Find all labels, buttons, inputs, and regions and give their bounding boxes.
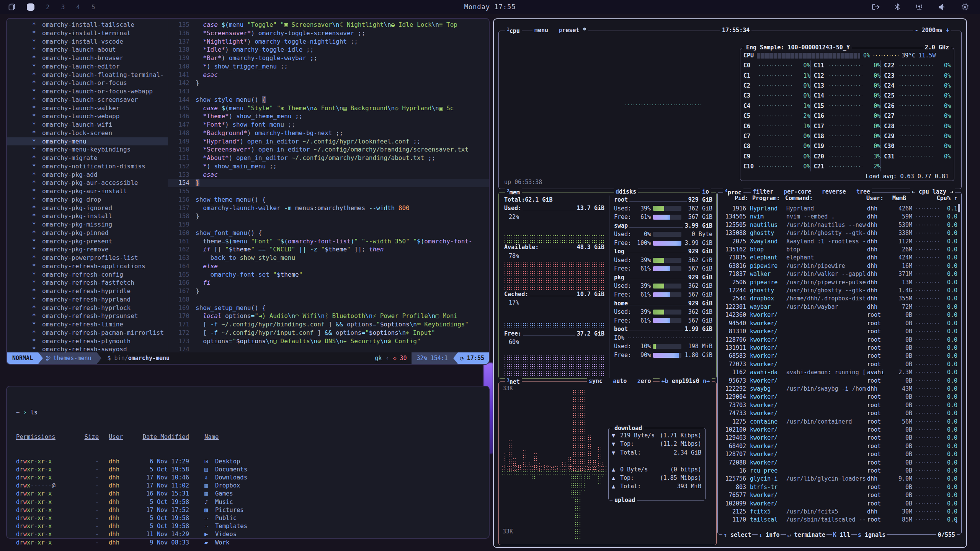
code-pane[interactable]: 135 case $(menu "Toggle" "▣ Screensaver\… [168, 19, 489, 352]
code-line[interactable]: 162 if [[ "$theme" == "CNCLD" || -z "$th… [168, 245, 489, 254]
process-row[interactable]: 71835elephant elephantdhh424M0.0 [719, 254, 957, 262]
button-menu[interactable]: menu [534, 27, 548, 34]
file-item[interactable]: *omarchy-menu [7, 137, 168, 146]
process-row[interactable]: 68402kworker/ root0B0.0 [719, 442, 957, 450]
file-item[interactable]: *omarchy-refresh-pacman-mirrorlist [7, 329, 168, 337]
code-line[interactable]: 150 *Screensaver*) open_in_editor ~/.con… [168, 145, 489, 154]
process-row[interactable]: 131911kworker/ root0B0.0 [719, 344, 957, 352]
process-row[interactable]: 2075Xwayland Xwayland :1 -rootless -dhh1… [719, 238, 957, 246]
proc-action-terminate[interactable]: ↵ terminate [786, 531, 826, 538]
process-row[interactable]: 16rcu_pree root0B0.0 [719, 467, 957, 475]
proc-action-ill[interactable]: K ill [832, 531, 851, 538]
file-item[interactable]: *omarchy-launch-screensaver [7, 96, 168, 104]
process-row[interactable]: 76577kworker/ root0B0.0 [719, 491, 957, 499]
process-row[interactable]: 68583kworker/ root0B0.0 [719, 352, 957, 360]
button-preset[interactable]: preset * [559, 27, 586, 34]
file-item[interactable]: *omarchy-refresh-hypridle [7, 287, 168, 295]
code-line[interactable]: 164 else [168, 262, 489, 271]
code-line[interactable]: 149 *Hyprland*) open_in_editor ~/.config… [168, 137, 489, 146]
code-line[interactable]: 156show_theme_menu() { [168, 196, 489, 204]
code-line[interactable]: 158} [168, 212, 489, 220]
process-row[interactable]: 129463kworker/ root0B0.0 [719, 434, 957, 442]
file-item[interactable]: *omarchy-powerprofiles-list [7, 254, 168, 262]
code-line[interactable]: 168 [168, 295, 489, 304]
process-row[interactable]: 94540kworker/ root0B0.0 [719, 320, 957, 328]
process-row[interactable]: 2125fcitx5 /usr/bin/fcitx5dhh30M0.0 [719, 508, 957, 516]
code-line[interactable]: 160show_font_menu() { [168, 229, 489, 237]
code-line[interactable]: 135 case $(menu "Toggle" "▣ Screensaver\… [168, 21, 489, 29]
process-row[interactable]: 128706kworker/ root0B0.0 [719, 336, 957, 344]
file-item[interactable]: *omarchy-launch-wifi [7, 121, 168, 129]
proc-action-ignals[interactable]: s ignals [857, 531, 887, 538]
file-item[interactable]: *omarchy-refresh-hyprland [7, 295, 168, 304]
disks-title[interactable]: ddisks [614, 188, 638, 195]
file-item[interactable]: *omarchy-notification-dismiss [7, 162, 168, 171]
file-item[interactable]: *omarchy-menu-keybindings [7, 145, 168, 154]
proc-action-info[interactable]: ↓ info [758, 531, 781, 538]
code-line[interactable]: 166 fi [168, 279, 489, 287]
process-row[interactable]: 142360kworker/ root0B0.0 [719, 311, 957, 319]
code-line[interactable]: 171 [ -f ~/.config/hypr/bindings.conf ] … [168, 320, 489, 329]
button-auto[interactable]: auto [613, 378, 627, 385]
apps-grid-icon[interactable] [8, 3, 15, 10]
process-row[interactable]: 102100kworker/ root0B0.0 [719, 426, 957, 434]
workspace-5[interactable]: 5 [91, 3, 95, 11]
code-line[interactable]: 157 omarchy-launch-walker -m menus:omarc… [168, 204, 489, 212]
button-tree[interactable]: tree [856, 188, 870, 195]
file-item[interactable]: *omarchy-pkg-missing [7, 220, 168, 229]
code-line[interactable]: 167} [168, 287, 489, 295]
workspace-2[interactable]: 2 [46, 3, 50, 11]
process-row[interactable]: 803btrfs-tr root0B0.0 [719, 483, 957, 491]
file-item[interactable]: *omarchy-pkg-remove [7, 245, 168, 254]
file-item[interactable]: *omarchy-pkg-pinned [7, 229, 168, 237]
button-reverse[interactable]: reverse [822, 188, 846, 195]
process-row[interactable]: 2544dropbox /home/dhh/.dropbox-distdhh35… [719, 295, 957, 303]
file-item[interactable]: *omarchy-pkg-drop [7, 196, 168, 204]
code-line[interactable]: 143 [168, 87, 489, 96]
process-row[interactable]: 1162avahi-da avahi-daemon: running [avah… [719, 368, 957, 377]
process-row[interactable]: 95673kworker/ root0B0.0 [719, 377, 957, 385]
code-line[interactable]: 144show_style_menu() { [168, 96, 489, 104]
code-line[interactable]: 136 *Screensaver*) omarchy-toggle-screen… [168, 29, 489, 37]
file-item[interactable]: *omarchy-refresh-swayosd [7, 345, 168, 352]
file-item[interactable]: *omarchy-lock-screen [7, 129, 168, 137]
process-row[interactable]: 125505nautilus /usr/bin/nautilus --newdh… [719, 221, 957, 229]
workspace-3[interactable]: 3 [61, 3, 65, 11]
file-item[interactable]: *omarchy-launch-editor [7, 62, 168, 71]
button-zero[interactable]: zero [637, 378, 651, 385]
code-line[interactable]: 161 theme=$(menu "Font" "$(omarchy-font-… [168, 237, 489, 246]
process-row[interactable]: 102099kworker/ root0B0.0 [719, 500, 957, 508]
process-row[interactable]: 73703kworker/ root0B0.0 [719, 401, 957, 409]
code-line[interactable]: 140 *) show_trigger_menu ;; [168, 62, 489, 71]
file-item[interactable]: *omarchy-pkg-ignored [7, 204, 168, 212]
file-item[interactable]: *omarchy-refresh-hyprlock [7, 304, 168, 312]
code-line[interactable]: 142} [168, 79, 489, 87]
code-line[interactable]: 153 esac [168, 171, 489, 179]
process-row[interactable]: 129004kworker/ root0B0.0 [719, 393, 957, 401]
file-item[interactable]: *omarchy-refresh-hyprsunset [7, 312, 168, 320]
file-item[interactable]: *omarchy-install-tailscale [7, 21, 168, 29]
process-row[interactable]: 125756glycin-i /usr/lib/glycin-loadersdh… [719, 475, 957, 483]
file-item[interactable]: *omarchy-launch-or-focus-webapp [7, 87, 168, 96]
process-row[interactable]: 63816pipewire /usr/bin/pipewiredhh16M0.0 [719, 262, 957, 270]
code-line[interactable]: 137 *Nightlight*) omarchy-toggle-nightli… [168, 37, 489, 46]
process-row[interactable]: 135088ghostty /usr/bin/ghostty --gtk-dhh… [719, 229, 957, 237]
button-per-core[interactable]: per-core [784, 188, 811, 195]
refresh-interval[interactable]: - 2000ms + [913, 27, 951, 34]
file-item[interactable]: *omarchy-launch-browser [7, 54, 168, 62]
proc-action-select[interactable]: ↑ select [722, 531, 752, 538]
terminal-window[interactable]: ~ › ls Permissions Size User Date Modifi… [6, 386, 490, 539]
button-filter[interactable]: filter [753, 188, 773, 195]
process-row[interactable]: 12244ghostty /usr/bin/ghostty --gtk-dhh1… [719, 287, 957, 295]
code-line[interactable]: 173 options="$options\n▢ Defaults\n⊕ DNS… [168, 337, 489, 346]
code-line[interactable]: 159 [168, 220, 489, 229]
workspace-4[interactable]: 4 [76, 3, 80, 11]
code-line[interactable]: 145 case $(menu "Style" "✱ Theme\nᴀ Font… [168, 104, 489, 112]
file-item[interactable]: *omarchy-launch-walker [7, 104, 168, 112]
file-item[interactable]: *omarchy-install-vscode [7, 37, 168, 46]
code-line[interactable]: 141 esac [168, 71, 489, 79]
process-row[interactable]: 122301waybar /usr/bin/waybardhh72M0.0 [719, 303, 957, 311]
io-toggle[interactable]: io [700, 188, 711, 195]
code-line[interactable]: 151 *About*) open_in_editor ~/.config/om… [168, 154, 489, 162]
process-row[interactable]: 2506pipewire /usr/bin/pipewire-pulsedhh1… [719, 279, 957, 287]
